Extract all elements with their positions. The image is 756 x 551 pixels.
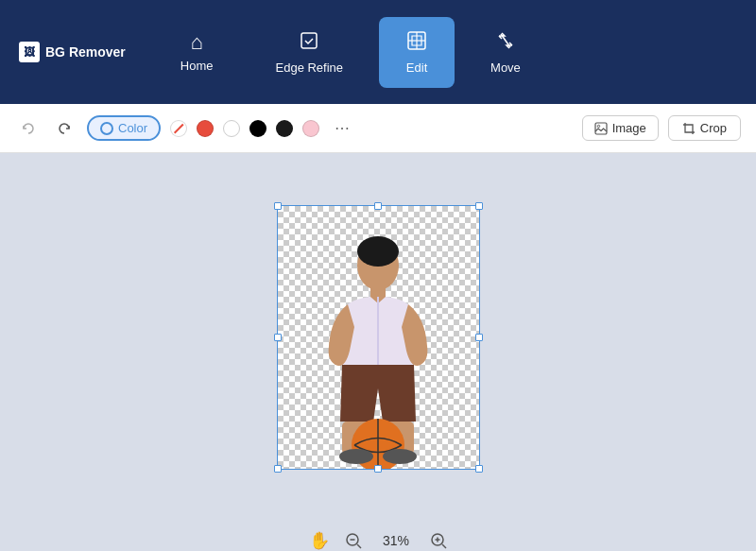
handle-bot-left[interactable] (274, 465, 282, 473)
nav-home-label: Home (180, 59, 214, 73)
color-tab[interactable]: Color (87, 115, 161, 141)
handle-bot-mid[interactable] (374, 465, 382, 473)
edge-refine-icon (299, 30, 319, 55)
nav-item-home[interactable]: ⌂ Home (154, 19, 240, 86)
handle-mid-right[interactable] (475, 334, 483, 341)
top-nav: 🖼 BG Remover ⌂ Home Edge Refine Edit (0, 0, 756, 104)
handle-top-left[interactable] (274, 202, 282, 210)
crop-btn-label: Crop (700, 121, 727, 135)
logo-icon: 🖼 (19, 42, 40, 62)
color-tab-label: Color (118, 121, 147, 135)
svg-line-22 (442, 544, 446, 548)
handle-top-right[interactable] (475, 202, 483, 210)
nav-edit-label: Edit (406, 60, 427, 75)
svg-line-18 (357, 544, 361, 548)
app-title: BG Remover (45, 44, 126, 60)
more-colors-button[interactable]: ⋯ (329, 115, 355, 142)
svg-point-7 (357, 236, 399, 267)
color-circle-icon (100, 122, 113, 135)
nav-edge-refine-label: Edge Refine (276, 60, 344, 75)
zoom-in-button[interactable] (430, 532, 447, 549)
undo-button[interactable] (15, 115, 42, 142)
red-swatch[interactable] (197, 120, 214, 137)
svg-point-5 (597, 125, 599, 127)
nav-item-edit[interactable]: Edit (379, 17, 455, 88)
pink-swatch[interactable] (302, 120, 319, 137)
crop-button[interactable]: Crop (668, 115, 741, 141)
black-swatch[interactable] (249, 120, 266, 137)
redo-button[interactable] (51, 115, 77, 142)
move-icon (495, 30, 516, 55)
image-btn-label: Image (612, 121, 646, 135)
canvas-area (0, 153, 756, 522)
edit-icon (406, 30, 427, 55)
white-swatch[interactable] (223, 120, 240, 137)
zoom-controls: ✋ 31% (0, 522, 756, 551)
image-frame[interactable] (277, 205, 480, 470)
home-icon: ⌂ (191, 32, 203, 53)
app-logo: 🖼 BG Remover (19, 42, 126, 62)
transparent-swatch[interactable] (170, 120, 187, 137)
nav-item-edge-refine[interactable]: Edge Refine (249, 17, 370, 88)
hand-tool-icon[interactable]: ✋ (309, 530, 330, 551)
zoom-out-button[interactable] (345, 532, 362, 549)
svg-point-14 (339, 449, 373, 464)
handle-top-mid[interactable] (374, 202, 382, 210)
nav-item-move[interactable]: Move (464, 17, 547, 88)
svg-rect-0 (301, 33, 317, 48)
dark-swatch[interactable] (276, 120, 293, 137)
zoom-level-display: 31% (377, 533, 415, 548)
nav-move-label: Move (490, 60, 521, 75)
toolbar: Color ⋯ Image Crop (0, 104, 756, 153)
handle-mid-left[interactable] (274, 334, 282, 341)
svg-rect-4 (595, 123, 607, 134)
svg-point-15 (383, 449, 417, 464)
person-image (302, 223, 454, 469)
handle-bot-right[interactable] (475, 465, 483, 473)
image-button[interactable]: Image (582, 115, 659, 141)
